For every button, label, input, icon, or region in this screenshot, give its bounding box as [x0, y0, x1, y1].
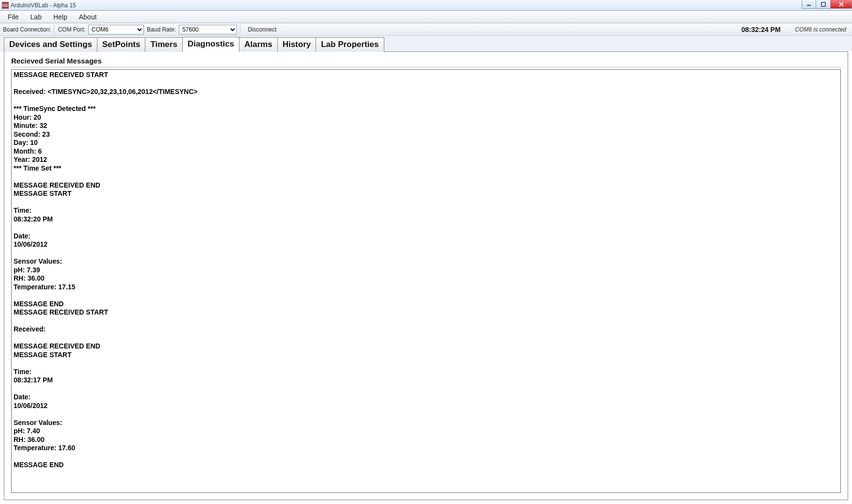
baud-rate-select[interactable]: 57600 [179, 25, 237, 34]
tab-history[interactable]: History [277, 37, 316, 52]
tab-lab-properties[interactable]: Lab Properties [316, 37, 384, 52]
clock-display: 08:32:24 PM [742, 26, 781, 33]
baud-rate-label: Baud Rate: [147, 26, 176, 33]
maximize-button[interactable] [816, 0, 831, 9]
serial-log[interactable]: MESSAGE RECEIVED START Received: <TIMESY… [12, 70, 840, 492]
tab-diagnostics[interactable]: Diagnostics [182, 37, 239, 52]
menu-help[interactable]: Help [48, 11, 72, 23]
menu-file[interactable]: File [3, 11, 24, 23]
serial-log-container: MESSAGE RECEIVED START Received: <TIMESY… [11, 69, 841, 493]
tab-timers[interactable]: Timers [145, 37, 182, 52]
toolstrip-separator [240, 24, 241, 35]
connection-status: COM6 is connected [795, 26, 846, 33]
tab-content-diagnostics: Recieved Serial Messages MESSAGE RECEIVE… [4, 51, 848, 500]
menubar: File Lab Help About [0, 11, 852, 23]
tab-alarms[interactable]: Alarms [239, 37, 278, 52]
minimize-icon [806, 2, 811, 7]
window-controls [802, 0, 852, 9]
minimize-button[interactable] [802, 0, 816, 9]
disconnect-button[interactable]: Disconnect [244, 25, 280, 34]
tab-devices-and-settings[interactable]: Devices and Settings [4, 37, 97, 52]
com-port-label: COM Port: [58, 26, 85, 33]
tab-setpoints[interactable]: SetPoints [97, 37, 145, 52]
menu-lab[interactable]: Lab [26, 11, 47, 23]
board-connection-label: Board Connection: [3, 26, 51, 33]
maximize-icon [821, 2, 826, 7]
close-button[interactable] [831, 0, 852, 9]
toolstrip-separator [54, 24, 55, 35]
close-icon [838, 2, 844, 7]
window-titlebar: lab ArduinoVBLab - Alpha 15 [0, 0, 852, 11]
tab-bar: Devices and Settings SetPoints Timers Di… [0, 36, 852, 51]
toolstrip: Board Connection: COM Port: COM6 Baud Ra… [0, 23, 852, 36]
menu-about[interactable]: About [74, 11, 102, 23]
svg-rect-1 [821, 2, 825, 6]
serial-messages-title: Recieved Serial Messages [11, 55, 841, 67]
window-title: ArduinoVBLab - Alpha 15 [11, 2, 76, 9]
app-icon: lab [2, 2, 9, 9]
com-port-select[interactable]: COM6 [88, 25, 144, 34]
